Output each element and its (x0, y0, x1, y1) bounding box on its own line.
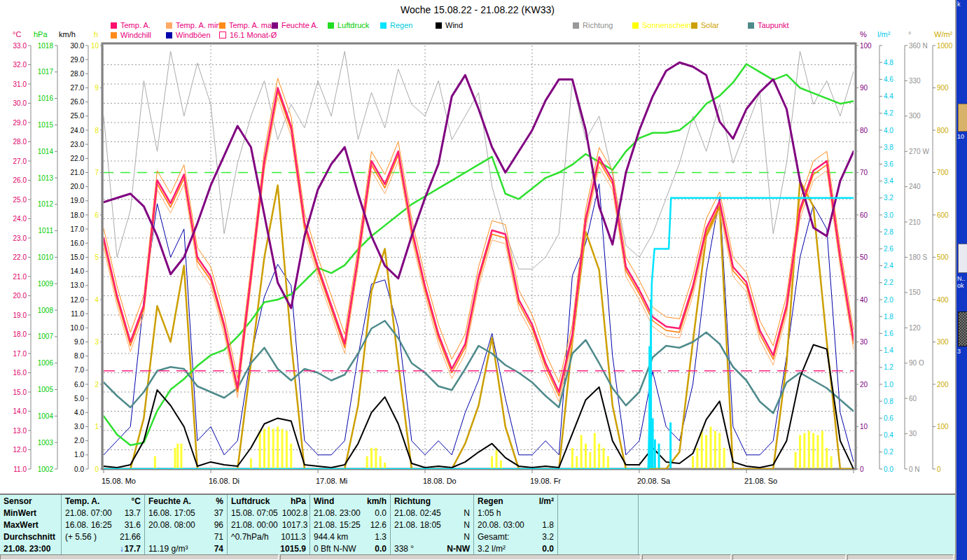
axis-tick-label: 0.4 (884, 431, 893, 439)
axis-tick-label: 10 (91, 42, 99, 50)
axis-tick-label: 19.0 (71, 197, 85, 204)
axis-tick-label: 1005 (38, 386, 54, 393)
axis-tick-label: 100 (937, 423, 949, 430)
axis-tick-label: 90 O (909, 359, 924, 367)
axis-tick-label: 70 (860, 169, 868, 176)
series-temp-max (104, 78, 854, 383)
axis-tick-label: 80 (860, 127, 868, 134)
status-bar (0, 554, 955, 560)
axis-tick-label: 300 (909, 112, 921, 120)
axis-tick-label: 26.0 (13, 176, 27, 184)
table-header-6: Regenl/m² (474, 495, 558, 507)
table-cell: 21.08. 00:001017.3 (228, 519, 310, 531)
cell-value: % (216, 496, 223, 507)
axis-tick-label: 2.2 (884, 279, 893, 286)
x-axis-day-label: 17.08. Mi (316, 477, 347, 485)
axis-tick-label: 15.0 (71, 253, 85, 261)
cell-label: 20.08. 03:00 (478, 519, 524, 531)
cell-label: 16.08. 17:05 (148, 507, 195, 519)
table-cell: 20.08. 03:001.8 (474, 519, 558, 531)
y-axis-unit-W/m²: W/m² (934, 30, 953, 38)
axis-tick-label: 50 (860, 253, 868, 261)
axis-tick-label: 20.0 (71, 183, 85, 190)
series-regen-kumuliert (104, 198, 854, 469)
desktop-icon-label[interactable]: ok (957, 282, 964, 289)
axis-tick-label: 27.0 (71, 84, 85, 92)
table-cell: 15.08. 07:051002.8 (228, 507, 310, 519)
axis-tick-label: 2.8 (884, 228, 893, 236)
series-windchill (104, 92, 854, 396)
y-axis-unit-°: ° (908, 30, 911, 38)
axis-tick-label: 11.0 (13, 465, 27, 473)
axis-tick-label: 27.0 (13, 158, 27, 165)
axis-tick-label: 60 (860, 211, 868, 219)
axis-tick-label: 31.0 (13, 80, 27, 88)
axis-tick-label: 1016 (38, 94, 54, 102)
x-axis-day-label: 20.08. Sa (637, 477, 671, 485)
table-header-2: Feuchte A.% (145, 495, 228, 507)
table-cell: ↓17.7 (62, 542, 145, 554)
cell-label: 21.08. 15:25 (314, 519, 361, 531)
axis-tick-label: 24.0 (71, 127, 85, 134)
cell-label: Richtung (394, 496, 431, 507)
status-bar-segment-1 (280, 554, 641, 560)
axis-tick-label: 210 (909, 218, 921, 226)
desktop-app-icon[interactable] (958, 312, 967, 346)
axis-tick-label: 800 (937, 127, 949, 134)
sensor-summary-table: SensorTemp. A.°CFeuchte A.%LuftdruckhPaW… (0, 493, 955, 554)
cell-label: 944.4 km (314, 531, 348, 542)
cell-value: 1002.8 (282, 507, 308, 519)
table-cell: 71 (145, 531, 228, 542)
axis-tick-label: 4.0 (74, 409, 84, 416)
desktop-icon-label[interactable]: 3 (957, 348, 961, 355)
axis-tick-label: 14.0 (71, 267, 85, 275)
table-cell: ^0.7hPa/h1011.3 (228, 531, 310, 542)
y-axis-unit-°C: °C (13, 30, 21, 38)
cell-value: 0.0 (542, 543, 554, 554)
desktop-background: k10N..ok3 (956, 0, 967, 560)
cell-value: N (464, 507, 470, 519)
axis-tick-label: 8.0 (74, 352, 84, 360)
axis-tick-label: 17.0 (71, 225, 85, 233)
axis-tick-label: 900 (937, 84, 949, 92)
cell-label: 20.08. 08:00 (148, 519, 195, 531)
cell-label: 0 Bft N-NW (314, 543, 356, 554)
status-bar-segment-0 (0, 554, 279, 560)
desktop-folder-icon[interactable] (958, 104, 967, 132)
table-cell-empty2 (639, 519, 955, 531)
axis-tick-label: 0 N (909, 465, 920, 473)
desktop-document-icon[interactable] (958, 244, 967, 273)
table-cell-empty1 (558, 531, 639, 542)
cell-value: 13.7 (125, 507, 141, 519)
cell-label: Temp. A. (65, 496, 99, 507)
cell-label: Gesamt: (478, 531, 509, 542)
desktop-icon-label[interactable]: 10 (957, 133, 964, 140)
cell-label: MinWert (4, 507, 36, 519)
table-cell-empty2 (639, 507, 955, 519)
axis-tick-label: 2.6 (884, 245, 893, 253)
axis-tick-label: 1006 (38, 359, 54, 367)
table-row-label: 21.08. 23:00 (0, 542, 62, 554)
axis-tick-label: 30 (909, 430, 917, 438)
axis-tick-label: 1010 (38, 253, 54, 261)
desktop-icon-label[interactable]: k (957, 1, 961, 8)
cell-label: 21.08. 07:00 (65, 507, 112, 519)
axis-tick-label: 13.0 (71, 281, 85, 289)
axis-tick-label: 18.0 (13, 330, 27, 338)
axis-tick-label: 3.2 (884, 194, 893, 202)
cell-value: N (464, 519, 470, 531)
y-axis-unit-l/m²: l/m² (877, 30, 891, 38)
cell-label: 21.08. 23:00 (314, 507, 361, 519)
table-cell: N (391, 531, 474, 542)
x-axis-day-label: 21.08. So (744, 477, 777, 485)
desktop-icon-label[interactable]: N.. (957, 275, 966, 282)
axis-tick-label: 15.0 (13, 388, 27, 396)
cell-label: ^0.7hPa/h (231, 531, 269, 542)
axis-tick-label: 3.8 (884, 144, 893, 151)
axis-tick-label: 25.0 (71, 112, 85, 120)
cell-value: °C (132, 496, 141, 507)
axis-tick-label: 18.0 (71, 211, 85, 219)
axis-tick-label: 10 (860, 423, 868, 430)
axis-tick-label: 22.0 (71, 155, 85, 162)
axis-tick-label: 20.0 (13, 292, 27, 300)
